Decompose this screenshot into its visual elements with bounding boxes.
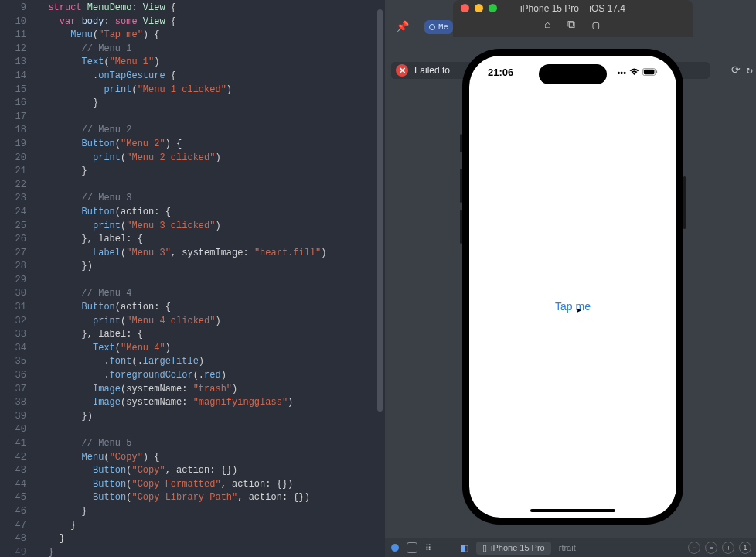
line-number: 15	[0, 84, 26, 97]
preview-chip-label: Me	[438, 22, 448, 32]
code-line[interactable]: .onTapGesture {	[37, 70, 385, 84]
line-number: 25	[0, 220, 26, 234]
live-indicator-icon[interactable]	[391, 544, 399, 552]
wand-icon[interactable]: ⟳	[731, 63, 741, 77]
line-number: 40	[0, 423, 26, 437]
code-line[interactable]: }	[37, 532, 385, 546]
minimize-window-button[interactable]	[475, 4, 483, 12]
code-line[interactable]: .foregroundColor(.red)	[37, 369, 385, 383]
canvas-bottom-bar: ⠿ ◧ ▯ iPhone 15 Pro rtrait − ＝ ＋ 1	[385, 538, 756, 557]
svg-rect-2	[656, 70, 657, 73]
code-line[interactable]: Text("Menu 4")	[37, 342, 385, 356]
line-number: 27	[0, 247, 26, 261]
zoom-in-icon[interactable]: ＋	[722, 542, 734, 554]
variants-icon[interactable]: ⠿	[425, 543, 431, 553]
wifi-icon	[629, 68, 639, 77]
close-window-button[interactable]	[461, 4, 469, 12]
scrollbar-thumb[interactable]	[377, 9, 383, 412]
code-line[interactable]: }	[37, 97, 385, 111]
code-line[interactable]: var body: some View {	[37, 15, 385, 29]
preview-pane: 📌 Me ✕ Failed to ⟳ ↻ iPhone 15 Pro – iOS…	[385, 0, 756, 557]
code-line[interactable]	[37, 274, 385, 288]
code-line[interactable]: Button(action: {	[37, 301, 385, 315]
code-line[interactable]: Button("Copy Library Path", action: {})	[37, 491, 385, 505]
code-line[interactable]: // Menu 3	[37, 192, 385, 206]
mouse-cursor-icon: ➤	[576, 305, 582, 317]
code-line[interactable]: Image(systemName: "magnifyingglass")	[37, 396, 385, 410]
code-line[interactable]	[37, 179, 385, 193]
line-number: 35	[0, 355, 26, 369]
code-line[interactable]: })	[37, 410, 385, 424]
orientation-fragment: rtrait	[559, 543, 576, 552]
line-number: 37	[0, 383, 26, 397]
phone-volume-up	[460, 169, 462, 203]
code-line[interactable]: }, label: {	[37, 233, 385, 247]
line-number: 21	[0, 165, 26, 179]
code-line[interactable]: .font(.largeTitle)	[37, 355, 385, 369]
screenshot-icon[interactable]: ⧉	[567, 19, 575, 32]
code-line[interactable]: Label("Menu 3", systemImage: "heart.fill…	[37, 247, 385, 261]
line-number: 24	[0, 206, 26, 220]
code-line[interactable]: // Menu 1	[37, 43, 385, 56]
phone-volume-down	[460, 210, 462, 244]
code-line[interactable]: }	[37, 505, 385, 519]
code-line[interactable]: }	[37, 165, 385, 179]
zoom-fit-icon[interactable]: ＝	[705, 542, 717, 554]
code-line[interactable]: // Menu 4	[37, 287, 385, 301]
code-line[interactable]: Menu("Copy") {	[37, 451, 385, 465]
code-line[interactable]: }	[37, 546, 385, 557]
zoom-actual-icon[interactable]: 1	[739, 542, 751, 554]
simulator-titlebar[interactable]: iPhone 15 Pro – iOS 17.4 ⌂ ⧉ ▢	[453, 0, 693, 37]
code-line[interactable]: Button(action: {	[37, 206, 385, 220]
code-line[interactable]: print("Menu 2 clicked")	[37, 152, 385, 166]
line-number: 19	[0, 138, 26, 152]
line-number: 36	[0, 369, 26, 383]
line-number: 46	[0, 505, 26, 519]
line-number: 14	[0, 70, 26, 84]
line-number: 31	[0, 301, 26, 315]
device-settings-icon[interactable]: ◧	[461, 543, 468, 553]
code-line[interactable]: print("Menu 3 clicked")	[37, 220, 385, 234]
device-picker[interactable]: ▯ iPhone 15 Pro	[476, 542, 551, 555]
preview-chip[interactable]: Me	[424, 20, 453, 34]
external-icon[interactable]: ▢	[592, 19, 598, 32]
code-line[interactable]: Image(systemName: "trash")	[37, 383, 385, 397]
code-line[interactable]: print("Menu 4 clicked")	[37, 315, 385, 329]
tap-me-button[interactable]: Tap me	[469, 300, 676, 313]
line-number: 18	[0, 124, 26, 138]
code-line[interactable]: // Menu 2	[37, 124, 385, 138]
code-line[interactable]: // Menu 5	[37, 437, 385, 451]
code-line[interactable]: Button("Copy Formatted", action: {})	[37, 478, 385, 492]
zoom-window-button[interactable]	[489, 4, 497, 12]
code-line[interactable]: Button("Copy", action: {})	[37, 464, 385, 478]
line-number-gutter: 9101112131415161718192021222324252627282…	[0, 0, 32, 557]
home-icon[interactable]: ⌂	[544, 19, 550, 32]
phone-mute-switch	[460, 134, 462, 152]
error-icon: ✕	[396, 64, 408, 77]
code-line[interactable]: })	[37, 260, 385, 274]
line-number: 44	[0, 478, 26, 492]
line-number: 22	[0, 179, 26, 193]
code-line[interactable]: print("Menu 1 clicked")	[37, 84, 385, 97]
line-number: 38	[0, 396, 26, 410]
selectable-toggle-icon[interactable]	[407, 542, 417, 553]
zoom-out-icon[interactable]: −	[688, 542, 700, 554]
line-number: 11	[0, 29, 26, 43]
line-number: 16	[0, 97, 26, 111]
code-line[interactable]: Text("Menu 1")	[37, 56, 385, 70]
line-number: 33	[0, 328, 26, 342]
phone-screen[interactable]: 21:06 ••• Tap me ➤	[469, 56, 676, 518]
svg-rect-1	[644, 69, 655, 73]
code-editor-pane[interactable]: 9101112131415161718192021222324252627282…	[0, 0, 385, 557]
code-line[interactable]: }, label: {	[37, 328, 385, 342]
code-line[interactable]: struct MenuDemo: View {	[37, 2, 385, 15]
code-line[interactable]	[37, 111, 385, 125]
refresh-icon[interactable]: ↻	[747, 63, 753, 77]
code-line[interactable]: }	[37, 519, 385, 533]
code-line[interactable]: Menu("Tap me") {	[37, 29, 385, 43]
code-line[interactable]	[37, 423, 385, 437]
pin-icon[interactable]: 📌	[391, 17, 414, 36]
status-time: 21:06	[488, 67, 513, 78]
code-line[interactable]: Button("Menu 2") {	[37, 138, 385, 152]
code-area[interactable]: struct MenuDemo: View { var body: some V…	[32, 0, 385, 557]
